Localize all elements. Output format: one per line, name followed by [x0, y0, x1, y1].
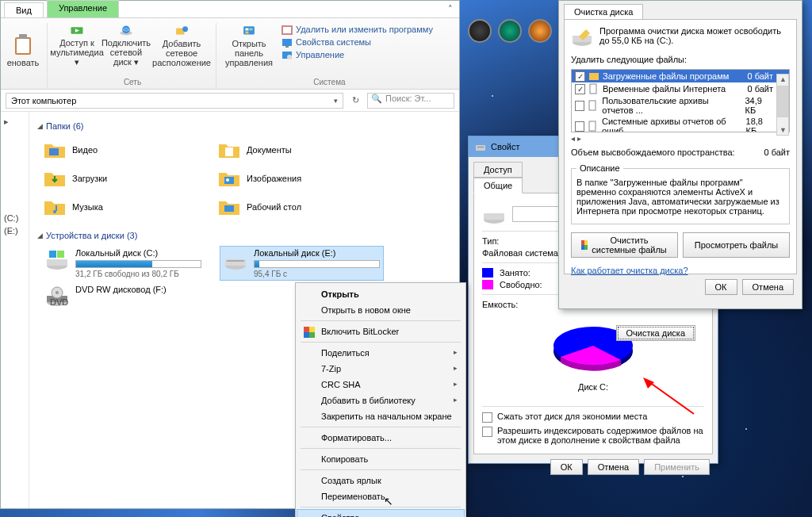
tree-expand-icon[interactable]: ▸: [1, 117, 29, 127]
svg-point-23: [53, 210, 56, 213]
apply-button[interactable]: Применить: [644, 459, 710, 475]
svg-rect-2: [19, 34, 27, 39]
compress-checkbox[interactable]: Сжать этот диск для экономии места: [482, 412, 704, 423]
disk-cleanup-button[interactable]: Очистка диска: [616, 325, 695, 341]
svg-rect-49: [589, 101, 596, 110]
drive-c[interactable]: Локальный диск (C:) 31,2 ГБ свободно из …: [42, 247, 205, 280]
ok-button[interactable]: ОК: [705, 279, 737, 295]
view-files-button[interactable]: Просмотреть файлы: [683, 232, 790, 258]
search-input[interactable]: 🔍Поиск: Эт...: [367, 93, 454, 109]
drive-context-menu: Открыть Открыть в новом окне Включить Bi…: [295, 282, 466, 517]
ribbon-group-system-label: Система: [313, 78, 345, 88]
folder-desktop[interactable]: Рабочий стол: [216, 194, 375, 220]
svg-point-35: [56, 291, 59, 294]
checkbox-icon[interactable]: [575, 101, 584, 111]
hdd-icon: [475, 141, 486, 152]
drive-e[interactable]: Локальный диск (E:) 95,4 ГБ с: [220, 247, 383, 280]
folder-downloads[interactable]: Загрузки: [42, 166, 201, 191]
clean-system-files-button[interactable]: Очистить системные файлы: [571, 232, 678, 258]
checkbox-icon[interactable]: ✓: [575, 84, 585, 94]
ribbon-tabs: Вид Управление ˄: [1, 1, 459, 18]
drive-dvd[interactable]: DVD DVD RW дисковод (F:): [42, 283, 205, 310]
ctx-open-new-window[interactable]: Открыть в новом окне: [297, 302, 464, 318]
ctx-add-to-library[interactable]: Добавить в библиотеку▸: [297, 393, 464, 408]
ctx-pin-start[interactable]: Закрепить на начальном экране: [297, 408, 464, 424]
shield-icon: [304, 327, 315, 338]
svg-rect-21: [224, 177, 234, 184]
section-drives[interactable]: ◢Устройства и диски (3): [37, 231, 451, 240]
nav-pane[interactable]: ▸: [1, 112, 29, 508]
ctx-rename[interactable]: Переименовать: [297, 488, 464, 504]
cleanup-row[interactable]: ✓ Временные файлы Интернета0 байт: [572, 82, 789, 95]
cleanup-row[interactable]: ✓ Загруженные файлы программ0 байт: [572, 70, 789, 82]
tab-general[interactable]: Общие: [473, 178, 523, 193]
folder-icon: [44, 140, 66, 159]
map-drive-button[interactable]: Подключить сетевой диск ▾: [103, 23, 149, 69]
tab-manage[interactable]: Управление: [47, 0, 119, 17]
free-legend-swatch: [482, 280, 493, 289]
svg-rect-31: [227, 260, 244, 262]
svg-rect-16: [285, 46, 289, 48]
folder-icon: [44, 169, 66, 188]
manage-link[interactable]: Управление: [282, 50, 433, 60]
chevron-right-icon: ▸: [454, 396, 458, 404]
media-access-button[interactable]: Доступ к мультимедиа ▾: [54, 23, 100, 69]
svg-rect-37: [476, 145, 485, 151]
svg-rect-26: [47, 259, 67, 266]
address-bar: Этот компьютер ▾ ↻ 🔍Поиск: Эт...: [1, 90, 459, 112]
checkbox-icon[interactable]: ✓: [575, 71, 585, 82]
chevron-right-icon: ▸: [454, 380, 458, 388]
delete-label: Удалить следующие файлы:: [571, 55, 790, 64]
cancel-button[interactable]: Отмена: [742, 279, 794, 295]
control-panel-icon: [236, 25, 262, 37]
add-network-location-button[interactable]: Добавить сетевое расположение: [152, 23, 211, 69]
network-folder-icon: [169, 25, 194, 37]
cleanup-row[interactable]: Пользовательские архивы отчетов ...34,9 …: [572, 95, 789, 116]
list-scrollbar[interactable]: ▲▼: [776, 74, 789, 136]
ctx-crc-sha[interactable]: CRC SHA▸: [297, 377, 464, 393]
ctx-format[interactable]: Форматировать...: [297, 430, 464, 446]
ctx-create-shortcut[interactable]: Создать ярлык: [297, 473, 464, 488]
ctx-7zip[interactable]: 7-Zip▸: [297, 361, 464, 377]
svg-point-18: [287, 55, 292, 59]
folder-videos[interactable]: Видео: [42, 137, 201, 163]
tab-access[interactable]: Доступ: [473, 162, 523, 178]
ctx-share[interactable]: Поделиться▸: [297, 345, 464, 361]
svg-rect-14: [283, 27, 291, 33]
svg-text:DVD: DVD: [50, 297, 68, 307]
open-control-panel-button[interactable]: Открыть панель управления: [223, 23, 275, 69]
rename-button[interactable]: еновать: [4, 23, 42, 69]
svg-rect-15: [282, 39, 292, 46]
cleanup-file-list[interactable]: ✓ Загруженные файлы программ0 байт ✓ Вре…: [571, 69, 790, 132]
index-checkbox[interactable]: Разрешить индексировать содержимое файло…: [482, 426, 704, 445]
desktop-taskbar-icons: [468, 19, 552, 43]
svg-rect-20: [225, 147, 233, 156]
folder-music[interactable]: Музыка: [42, 194, 201, 220]
ctx-properties[interactable]: Свойства: [297, 510, 464, 517]
folder-pictures[interactable]: Изображения: [216, 166, 375, 191]
disk-cleanup-icon: [571, 26, 593, 48]
chevron-right-icon: ▸: [454, 364, 458, 372]
cancel-button[interactable]: Отмена: [588, 459, 639, 475]
collapse-ribbon-icon[interactable]: ˄: [442, 1, 459, 17]
system-properties-link[interactable]: Свойства системы: [282, 37, 433, 48]
folder-documents[interactable]: Документы: [216, 137, 375, 163]
checkbox-icon[interactable]: [575, 121, 584, 132]
ctx-open[interactable]: Открыть: [297, 286, 464, 302]
breadcrumb[interactable]: Этот компьютер ▾: [6, 93, 343, 109]
svg-rect-28: [57, 251, 64, 258]
ok-button[interactable]: ОК: [550, 459, 583, 475]
cleanup-row[interactable]: Системные архивы отчетов об ошиб...18,8 …: [572, 116, 789, 132]
dvd-drive-icon: DVD: [45, 285, 69, 308]
cursor-icon: ↖: [384, 495, 393, 507]
uninstall-program-link[interactable]: Удалить или изменить программу: [282, 25, 433, 35]
tab-view[interactable]: Вид: [4, 2, 44, 17]
how-cleanup-works-link[interactable]: Как работает очистка диска?: [571, 266, 688, 275]
refresh-icon[interactable]: ↻: [348, 95, 362, 105]
ctx-bitlocker[interactable]: Включить BitLocker: [297, 324, 464, 339]
folder-icon: [218, 140, 240, 159]
ctx-copy[interactable]: Копировать: [297, 451, 464, 467]
section-folders[interactable]: ◢Папки (6): [37, 121, 451, 131]
disk-cleanup-dialog: Очистка диска Программа очистки диска мо…: [558, 0, 802, 309]
cleanup-tab[interactable]: Очистка диска: [564, 4, 643, 20]
